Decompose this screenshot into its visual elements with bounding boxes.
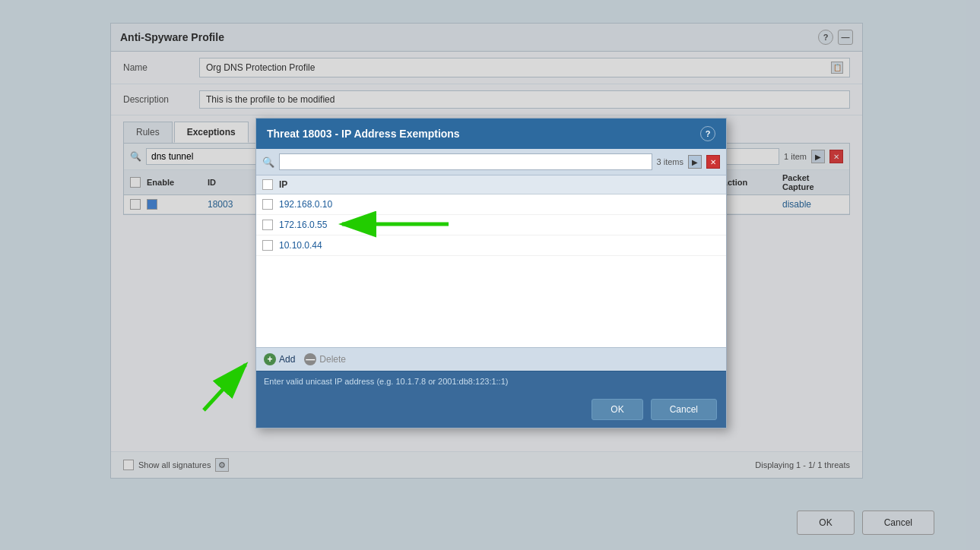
modal-add-button[interactable]: + Add (264, 353, 295, 365)
modal-cancel-button[interactable]: Cancel (651, 399, 717, 420)
modal-nav-close[interactable]: ✕ (706, 155, 720, 169)
modal-search-icon: 🔍 (262, 156, 274, 168)
add-circle-icon: + (264, 353, 276, 365)
hint-text: Enter valid unicast IP address (e.g. 10.… (264, 377, 508, 386)
modal-row-2-checkbox[interactable] (262, 240, 273, 251)
modal-empty-space (256, 256, 726, 347)
modal-header-checkbox[interactable] (262, 179, 273, 190)
modal-ip-column-header: IP (279, 179, 287, 190)
modal-nav-forward[interactable]: ▶ (688, 155, 702, 169)
modal-search-input[interactable] (279, 153, 652, 170)
modal-title: Threat 18003 - IP Address Exemptions (267, 128, 460, 140)
modal-hint: Enter valid unicast IP address (e.g. 10.… (256, 371, 726, 391)
modal-row-1-checkbox[interactable] (262, 220, 273, 230)
modal-ok-button[interactable]: OK (591, 399, 642, 420)
modal-dialog: Threat 18003 - IP Address Exemptions ? 🔍… (255, 118, 727, 428)
modal-item-count: 3 items (657, 157, 683, 166)
modal-row-0-ip[interactable]: 192.168.0.10 (279, 199, 332, 210)
modal-search-row: 🔍 3 items ▶ ✕ (256, 149, 726, 175)
delete-label: Delete (319, 354, 346, 365)
delete-circle-icon: — (304, 353, 316, 365)
modal-action-buttons: OK Cancel (256, 391, 726, 428)
modal-row-1-ip[interactable]: 172.16.0.55 (279, 220, 327, 230)
add-label: Add (279, 354, 295, 365)
modal-row-0-checkbox[interactable] (262, 199, 273, 210)
modal-header: Threat 18003 - IP Address Exemptions ? (256, 119, 726, 149)
modal-delete-button[interactable]: — Delete (304, 353, 346, 365)
modal-col-check-header (262, 179, 279, 190)
modal-help-button[interactable]: ? (700, 126, 715, 141)
modal-add-delete-row: + Add — Delete (256, 347, 726, 371)
modal-row-2: 10.10.0.44 (256, 235, 726, 256)
modal-row-2-ip[interactable]: 10.10.0.44 (279, 240, 322, 251)
modal-table-header: IP (256, 175, 726, 194)
modal-table-body: 192.168.0.10 172.16.0.55 10.10.0.44 (256, 194, 726, 347)
modal-row-1: 172.16.0.55 (256, 215, 726, 235)
modal-row-0: 192.168.0.10 (256, 194, 726, 215)
